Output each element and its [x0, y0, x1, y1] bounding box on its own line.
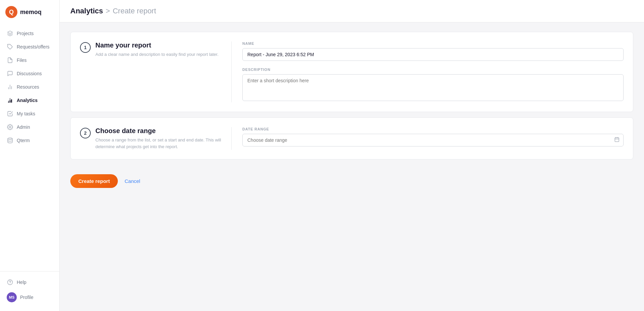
sidebar-item-resources[interactable]: Resources	[0, 80, 59, 94]
step1-info: Name your report Add a clear name and de…	[95, 41, 229, 58]
logo-area: Q memoq	[0, 0, 59, 25]
create-report-button[interactable]: Create report	[70, 174, 118, 188]
step1-section: 1 Name your report Add a clear name and …	[70, 32, 633, 112]
step2-info: Choose date range Choose a range from th…	[95, 127, 229, 150]
svg-rect-10	[8, 102, 9, 103]
action-row: Create report Cancel	[70, 165, 633, 192]
resources-icon	[7, 84, 13, 90]
avatar: MS	[7, 292, 17, 302]
stack-icon	[7, 137, 13, 144]
sidebar-item-files[interactable]: Files	[0, 54, 59, 67]
svg-marker-2	[8, 31, 13, 34]
report-description-textarea[interactable]	[242, 74, 624, 101]
sidebar-item-discussions-label: Discussions	[17, 71, 42, 76]
sidebar-nav: Projects Requests/offers Files	[0, 25, 59, 271]
page-content: 1 Name your report Add a clear name and …	[60, 22, 644, 201]
step1-description: Add a clear name and description to easi…	[95, 51, 229, 58]
sidebar-item-files-label: Files	[17, 58, 27, 63]
date-range-input[interactable]	[242, 134, 624, 146]
svg-point-13	[9, 126, 11, 128]
analytics-icon	[7, 97, 13, 104]
sidebar-item-mytasks[interactable]: My tasks	[0, 107, 59, 120]
breadcrumb-separator: >	[106, 7, 110, 15]
sidebar-item-admin[interactable]: Admin	[0, 120, 59, 134]
step2-form: DATE RANGE	[242, 127, 624, 146]
step1-row: 1 Name your report Add a clear name and …	[71, 32, 633, 112]
tag-icon	[7, 43, 13, 50]
sidebar-item-discussions[interactable]: Discussions	[0, 67, 59, 80]
sidebar-item-requests[interactable]: Requests/offers	[0, 40, 59, 54]
header: Analytics > Create report	[60, 0, 644, 22]
help-icon	[7, 279, 13, 286]
svg-point-14	[8, 138, 12, 140]
sidebar-item-profile-label: Profile	[20, 295, 33, 300]
breadcrumb-current: Create report	[113, 7, 156, 15]
step2-description: Choose a range from the list, or set a s…	[95, 137, 229, 150]
sidebar-item-projects[interactable]: Projects	[0, 27, 59, 40]
sidebar-bottom: Help MS Profile	[0, 271, 59, 311]
sidebar-item-help[interactable]: Help	[0, 276, 59, 289]
step2-section: 2 Choose date range Choose a range from …	[70, 117, 633, 160]
sidebar-item-resources-label: Resources	[17, 84, 39, 90]
date-range-wrapper	[242, 134, 624, 146]
svg-rect-12	[11, 99, 12, 103]
report-name-input[interactable]	[242, 48, 624, 61]
step2-title: Choose date range	[95, 127, 229, 135]
sidebar-item-admin-label: Admin	[17, 124, 30, 130]
step1-form: NAME DESCRIPTION	[242, 41, 624, 102]
svg-text:Q: Q	[9, 9, 14, 15]
tasks-icon	[7, 110, 13, 117]
sidebar-item-qterm[interactable]: Qterm	[0, 134, 59, 147]
sidebar-item-help-label: Help	[17, 280, 26, 285]
step2-number: 2	[80, 128, 91, 138]
description-label: DESCRIPTION	[242, 68, 624, 72]
chat-icon	[7, 70, 13, 77]
step1-number: 1	[80, 42, 91, 53]
sidebar: Q memoq Projects Requests/offers	[0, 0, 60, 311]
memoq-logo-icon: Q	[5, 6, 17, 18]
name-label: NAME	[242, 41, 624, 45]
file-icon	[7, 57, 13, 64]
sidebar-item-requests-label: Requests/offers	[17, 44, 50, 49]
main-content: Analytics > Create report 1 Name your re…	[60, 0, 644, 311]
sidebar-item-profile[interactable]: MS Profile	[0, 289, 59, 306]
breadcrumb-analytics: Analytics	[70, 7, 103, 15]
sidebar-item-analytics-label: Analytics	[17, 98, 37, 103]
date-range-label: DATE RANGE	[242, 127, 624, 131]
sidebar-item-qterm-label: Qterm	[17, 138, 30, 143]
step1-title: Name your report	[95, 41, 229, 49]
svg-rect-11	[10, 100, 11, 103]
sidebar-item-projects-label: Projects	[17, 31, 34, 36]
logo-text: memoq	[20, 9, 42, 16]
svg-point-15	[8, 280, 13, 285]
cancel-button[interactable]: Cancel	[123, 174, 142, 188]
sidebar-item-analytics[interactable]: Analytics	[0, 94, 59, 107]
sidebar-item-mytasks-label: My tasks	[17, 111, 35, 116]
step2-row: 2 Choose date range Choose a range from …	[71, 118, 633, 159]
layers-icon	[7, 30, 13, 37]
gear-icon	[7, 124, 13, 130]
